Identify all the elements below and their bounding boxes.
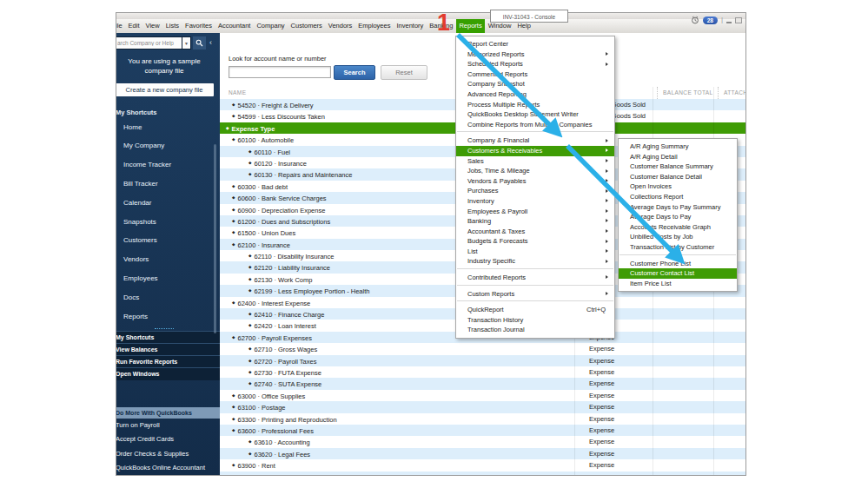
table-row[interactable]: 63100 · Postage Expense (220, 401, 745, 412)
company-help-search-input[interactable] (116, 36, 182, 49)
create-company-file-button[interactable]: Create a new company file (116, 83, 214, 96)
menu-item[interactable]: Customers & Receivables (456, 146, 614, 156)
table-row[interactable]: 63620 · Legal Fees Expense (220, 448, 745, 459)
menubar-item[interactable]: Lists (162, 19, 182, 33)
menubar-item[interactable]: Vendors (325, 19, 355, 33)
menu-item[interactable]: Banking (456, 216, 614, 227)
menu-item[interactable]: Sales (456, 156, 614, 167)
menu-item[interactable]: Industry Specific (456, 256, 614, 267)
table-row[interactable]: 63610 · Accounting Expense (220, 436, 745, 447)
menubar-item[interactable]: Company (254, 19, 288, 33)
menubar-item[interactable]: Employees (355, 19, 394, 33)
submenu-item[interactable]: A/R Aging Summary (619, 142, 737, 152)
reminders-clock-icon[interactable] (691, 16, 699, 24)
menu-item[interactable]: Inventory (456, 196, 614, 207)
table-row[interactable]: 63000 · Office Supplies Expense (220, 390, 745, 401)
table-row[interactable]: 62720 · Payroll Taxes Expense (220, 355, 745, 366)
sidebar-section-bar[interactable]: Open Windows (116, 367, 220, 379)
sidebar-shortcut-item[interactable]: Customers (116, 231, 220, 250)
menu-item[interactable]: Transaction Journal (456, 325, 614, 335)
menu-item[interactable]: List (456, 247, 614, 257)
search-scope-dropdown-icon[interactable]: ▼ (182, 36, 191, 49)
submenu-item[interactable]: Customer Phone List (619, 259, 737, 269)
sidebar-shortcut-item[interactable]: Employees (116, 269, 220, 288)
submenu-item[interactable]: Item Price List (619, 279, 737, 289)
sidebar-shortcut-item[interactable]: Bill Tracker (116, 175, 220, 194)
menubar-item[interactable]: Favorites (182, 19, 215, 33)
menubar-item[interactable]: Reports (456, 19, 485, 33)
table-row[interactable]: 62730 · FUTA Expense Expense (220, 366, 745, 378)
restore-icon[interactable] (735, 17, 742, 23)
sidebar-shortcut-item[interactable]: My Company (116, 136, 220, 155)
menubar-item[interactable]: View (142, 19, 162, 33)
menu-item[interactable]: Custom Reports (456, 289, 614, 300)
sidebar-shortcut-item[interactable]: Home (116, 118, 220, 137)
column-header-name[interactable]: NAME (229, 87, 246, 99)
submenu-item[interactable]: Transaction List by Customer (619, 242, 737, 253)
table-row[interactable]: 63300 · Printing and Reproduction Expens… (220, 413, 745, 425)
menu-item[interactable]: QuickBooks Desktop Statement Writer (456, 109, 614, 120)
collapse-sidebar-icon[interactable]: ‹ (206, 36, 215, 49)
menubar-item[interactable]: Inventory (394, 19, 427, 33)
menu-item[interactable]: Budgets & Forecasts (456, 236, 614, 247)
sidebar-section-bar[interactable]: My Shortcuts (116, 331, 220, 343)
menubar-item[interactable]: File (116, 19, 125, 33)
submenu-item[interactable]: Average Days to Pay Summary (619, 202, 737, 213)
sidebar-shortcut-item[interactable]: Docs (116, 288, 220, 307)
menu-item[interactable]: Purchases (456, 186, 614, 196)
reset-button[interactable]: Reset (381, 65, 427, 80)
do-more-item[interactable]: Order Checks & Supplies (116, 447, 220, 461)
menu-item[interactable]: Company & Financial (456, 135, 614, 146)
sidebar-shortcut-item[interactable]: Vendors (116, 250, 220, 269)
menu-item[interactable]: Contributed Reports (456, 273, 614, 283)
menu-item[interactable]: Report Center (456, 39, 614, 49)
menu-item[interactable]: Jobs, Time & Mileage (456, 166, 614, 176)
submenu-item[interactable]: Collections Report (619, 192, 737, 202)
account-lookup-input[interactable] (229, 66, 331, 78)
submenu-item[interactable]: Accounts Receivable Graph (619, 222, 737, 233)
menu-item[interactable]: Process Multiple Reports (456, 100, 614, 110)
submenu-item[interactable]: A/R Aging Detail (619, 152, 737, 162)
menu-item[interactable]: Transaction History (456, 315, 614, 326)
menu-item[interactable]: Advanced Reporting (456, 89, 614, 100)
sidebar-shortcut-item[interactable]: Reports (116, 307, 220, 326)
submenu-item[interactable]: Customer Balance Summary (619, 162, 737, 172)
menu-item[interactable]: Vendors & Payables (456, 176, 614, 187)
sidebar-shortcut-item[interactable]: Income Tracker (116, 155, 220, 175)
menubar-item[interactable]: Edit (125, 19, 142, 33)
sidebar-shortcut-item[interactable]: Calendar (116, 194, 220, 213)
column-header-balance-total[interactable]: BALANCE TOTAL (657, 87, 713, 99)
table-row[interactable]: 62740 · SUTA Expense Expense (220, 378, 745, 389)
alert-count-badge[interactable]: 28 (703, 16, 718, 24)
menu-item[interactable]: Commented Reports (456, 69, 614, 80)
column-header-attach[interactable]: ATTACH (718, 87, 745, 99)
table-row[interactable]: 64200 · Repairs Expense (220, 472, 745, 476)
sidebar-shortcut-item[interactable]: Snapshots (116, 213, 220, 232)
sidebar-section-bar[interactable]: View Balances (116, 343, 220, 355)
menu-item[interactable]: Company Snapshot (456, 79, 614, 89)
submenu-item[interactable]: Open Invoices (619, 181, 737, 192)
menu-item[interactable]: Memorized Reports (456, 49, 614, 60)
menubar-item[interactable]: Customers (288, 19, 325, 33)
sidebar-section-bar[interactable]: Run Favorite Reports (116, 355, 220, 367)
minimize-icon[interactable] (726, 22, 732, 23)
submenu-item[interactable]: Unbilled Costs by Job (619, 232, 737, 242)
do-more-item[interactable]: QuickBooks Online Accountant (116, 461, 220, 475)
do-more-item[interactable]: Turn on Payroll (116, 419, 220, 432)
search-button[interactable] (193, 36, 206, 49)
menu-item[interactable]: Accountant & Taxes (456, 227, 614, 237)
table-row[interactable]: 63600 · Professional Fees Expense (220, 425, 745, 436)
menu-item[interactable]: Employees & Payroll (456, 207, 614, 217)
menu-item[interactable]: Scheduled Reports (456, 59, 614, 69)
submenu-item[interactable]: Average Days to Pay (619, 212, 737, 222)
menubar-item[interactable]: Accountant (215, 19, 254, 33)
table-row[interactable]: 62710 · Gross Wages Expense (220, 343, 745, 354)
submenu-item[interactable]: Customer Contact List (619, 268, 737, 279)
submenu-item[interactable]: Customer Balance Detail (619, 172, 737, 182)
menu-item[interactable]: Combine Reports from Multiple Companies (456, 120, 614, 130)
sidebar-scrollbar[interactable] (214, 144, 216, 333)
table-row[interactable]: 63900 · Rent Expense (220, 459, 745, 471)
search-button-main[interactable]: Search (334, 65, 375, 80)
menu-item[interactable]: QuickReport Ctrl+Q (456, 305, 614, 315)
do-more-item[interactable]: Accept Credit Cards (116, 432, 220, 446)
